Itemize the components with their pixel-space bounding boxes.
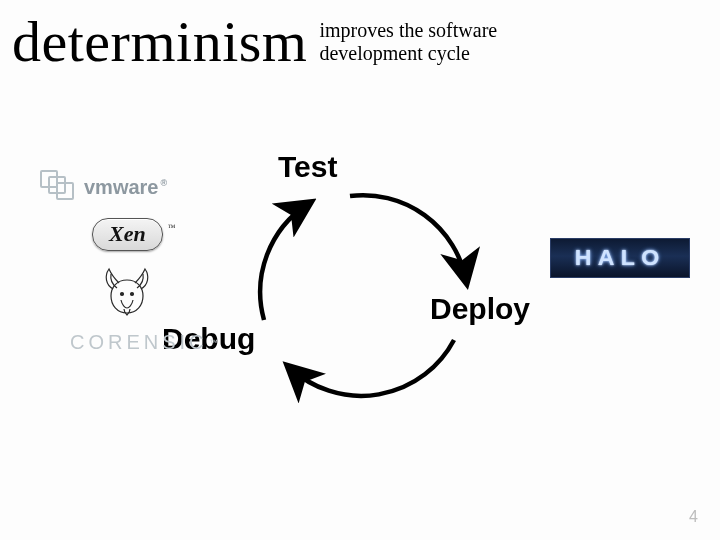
label-deploy: Deploy [430,292,530,326]
svg-point-0 [121,293,124,296]
corensic-logo: CORENSIC™ [70,331,230,354]
vmware-logo: vmware® [40,170,230,204]
xen-badge: Xen ™ [92,218,163,251]
halo-logo: HALO [550,238,690,278]
cycle-diagram [230,160,510,420]
vmware-word: vmware [84,176,159,198]
subtitle-line-2: development cycle [319,42,497,65]
subtitle-line-1: improves the software [319,19,497,42]
gnu-head-icon [102,265,152,317]
xen-word: Xen [109,221,146,246]
subtitle: improves the software development cycle [319,19,497,65]
page-number: 4 [689,508,698,526]
xen-tm: ™ [168,223,176,232]
logo-column: vmware® Xen ™ CORENSIC™ [40,170,230,368]
title-row: determinism improves the software develo… [12,8,497,75]
gnu-logo [102,265,230,317]
corensic-tm: ™ [210,338,218,347]
corensic-word: CORENSIC [70,331,208,354]
xen-logo: Xen ™ [92,218,230,251]
cycle-arrows [230,160,510,420]
vmware-text: vmware® [84,176,167,199]
svg-point-1 [131,293,134,296]
label-test: Test [278,150,337,184]
main-title: determinism [12,8,307,75]
halo-word: HALO [575,245,666,271]
vmware-registered: ® [161,178,168,188]
vmware-icon [40,170,78,204]
